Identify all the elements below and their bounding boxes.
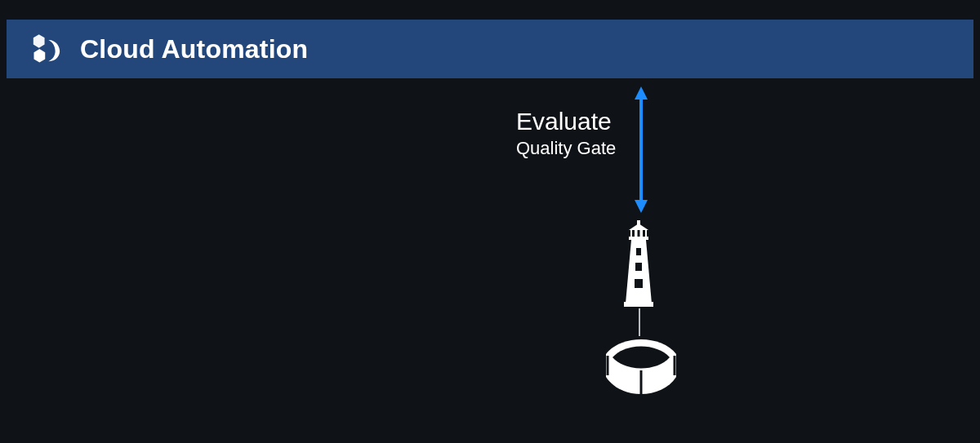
svg-rect-6: [643, 230, 645, 237]
svg-marker-2: [629, 224, 648, 230]
lighthouse-icon: [617, 219, 660, 307]
evaluate-label-line2: Quality Gate: [516, 138, 616, 158]
svg-rect-7: [629, 237, 648, 240]
diagram-canvas: Cloud Automation Evaluate Quality Gate: [0, 0, 980, 443]
svg-rect-8: [624, 302, 653, 307]
svg-rect-4: [632, 230, 635, 237]
svg-rect-9: [636, 248, 641, 255]
svg-rect-11: [635, 279, 643, 288]
header-title: Cloud Automation: [80, 34, 308, 64]
cloud-automation-header: Cloud Automation: [7, 20, 973, 78]
dynatrace-logo-icon: [29, 31, 65, 67]
svg-rect-10: [635, 263, 642, 271]
svg-rect-5: [638, 230, 640, 237]
evaluate-label: Evaluate Quality Gate: [516, 108, 616, 158]
svg-marker-0: [635, 86, 648, 213]
evaluate-label-line1: Evaluate: [516, 108, 616, 136]
cube-icon: [596, 330, 686, 405]
bidirectional-arrow-icon: [635, 86, 648, 213]
